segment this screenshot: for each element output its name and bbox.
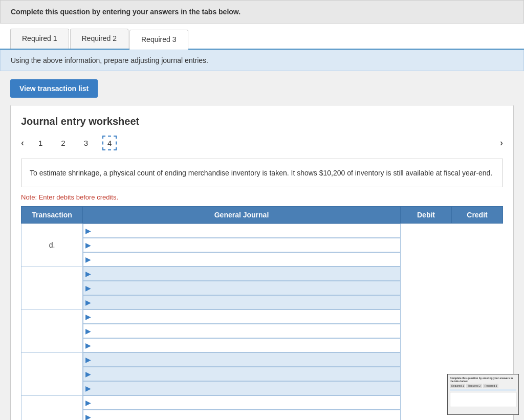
worksheet-title: Journal entry worksheet bbox=[21, 116, 503, 127]
entry-note: Note: Enter debits before credits. bbox=[21, 193, 503, 201]
journal-cell-5: ▶ bbox=[83, 395, 401, 410]
nav-num-3[interactable]: 3 bbox=[80, 137, 92, 149]
mini-tab-2: Required 2 bbox=[466, 384, 482, 388]
credit-cell-3: ▶ bbox=[83, 338, 401, 352]
nav-numbers: ‹ 1 2 3 4 › bbox=[21, 136, 503, 150]
instruction-bar: Complete this question by entering your … bbox=[0, 0, 524, 24]
debit-input-3[interactable] bbox=[93, 324, 400, 338]
view-transaction-button[interactable]: View transaction list bbox=[10, 79, 98, 98]
entry-description-text: To estimate shrinkage, a physical count … bbox=[30, 169, 492, 177]
col-header-debit: Debit bbox=[401, 207, 452, 224]
info-text: Using the above information, prepare adj… bbox=[11, 56, 208, 64]
arrow-icon-4: ▶ bbox=[83, 356, 93, 364]
nav-num-1[interactable]: 1 bbox=[34, 137, 47, 149]
arrow-icon-2: ▶ bbox=[83, 270, 93, 278]
debit-input-2[interactable] bbox=[93, 281, 400, 295]
tab-required-2[interactable]: Required 2 bbox=[70, 29, 129, 49]
arrow-icon-credit-4: ▶ bbox=[83, 384, 93, 392]
arrow-icon-credit-1: ▶ bbox=[83, 255, 93, 263]
arrow-icon-credit-3: ▶ bbox=[83, 341, 93, 349]
journal-cell-2: ▶ bbox=[83, 267, 401, 281]
debit-cell-3: ▶ bbox=[83, 324, 401, 338]
col-header-general-journal: General Journal bbox=[83, 207, 401, 224]
entry-description: To estimate shrinkage, a physical count … bbox=[21, 159, 503, 187]
arrow-icon-debit-1: ▶ bbox=[83, 241, 93, 249]
debit-cell-4: ▶ bbox=[83, 367, 401, 381]
debit-input-4[interactable] bbox=[93, 367, 400, 381]
col-header-transaction: Transaction bbox=[21, 207, 83, 224]
info-bar: Using the above information, prepare adj… bbox=[0, 50, 524, 71]
journal-cell-3: ▶ bbox=[83, 310, 401, 324]
journal-table: Transaction General Journal Debit Credit… bbox=[21, 206, 503, 420]
credit-cell-2: ▶ bbox=[83, 295, 401, 310]
col-header-credit: Credit bbox=[452, 207, 503, 224]
arrow-icon-debit-3: ▶ bbox=[83, 327, 93, 335]
credit-cell-4: ▶ bbox=[83, 381, 401, 395]
debit-cell-2: ▶ bbox=[83, 281, 401, 295]
credit-input-2[interactable] bbox=[93, 296, 400, 309]
credit-input-3[interactable] bbox=[93, 339, 400, 352]
nav-num-2[interactable]: 2 bbox=[57, 137, 69, 149]
arrow-icon-debit-5: ▶ bbox=[83, 413, 93, 420]
journal-input-2[interactable] bbox=[93, 267, 400, 280]
journal-input-5[interactable] bbox=[93, 396, 400, 409]
journal-input-4[interactable] bbox=[93, 353, 400, 366]
transaction-cell-5 bbox=[21, 395, 83, 420]
mini-tab-3: Required 3 bbox=[483, 384, 498, 388]
table-row: ▶ ▶ ▶ bbox=[21, 267, 503, 310]
credit-input-4[interactable] bbox=[93, 382, 400, 395]
credit-cell-1: ▶ bbox=[83, 252, 401, 267]
table-row: d. ▶ ▶ ▶ bbox=[21, 224, 503, 267]
debit-input-1[interactable] bbox=[93, 238, 400, 252]
arrow-icon-1: ▶ bbox=[83, 227, 93, 235]
transaction-cell-2 bbox=[21, 267, 83, 310]
transaction-cell-1: d. bbox=[21, 224, 83, 267]
journal-cell-4: ▶ bbox=[83, 352, 401, 367]
credit-input-1[interactable] bbox=[93, 253, 400, 266]
table-row: ▶ ▶ ▶ bbox=[21, 352, 503, 395]
journal-input-3[interactable] bbox=[93, 310, 400, 323]
debit-input-5[interactable] bbox=[93, 410, 400, 420]
arrow-icon-credit-2: ▶ bbox=[83, 298, 93, 306]
mini-tab-1: Required 1 bbox=[450, 384, 465, 388]
instruction-text: Complete this question by entering your … bbox=[11, 8, 241, 16]
nav-next-arrow[interactable]: › bbox=[500, 138, 503, 148]
mini-thumb-content: Complete this question by entering your … bbox=[448, 374, 518, 414]
arrow-icon-5: ▶ bbox=[83, 399, 93, 407]
nav-num-4[interactable]: 4 bbox=[102, 136, 117, 150]
table-row: ▶ ▶ ▶ bbox=[21, 395, 503, 420]
mini-thumbnail: Complete this question by entering your … bbox=[447, 374, 519, 415]
tab-required-3[interactable]: Required 3 bbox=[129, 30, 188, 50]
worksheet-card: Journal entry worksheet ‹ 1 2 3 4 › To e… bbox=[10, 105, 514, 420]
nav-prev-arrow[interactable]: ‹ bbox=[21, 138, 24, 148]
tabs-container: Required 1 Required 2 Required 3 bbox=[0, 24, 524, 50]
table-row: ▶ ▶ ▶ bbox=[21, 310, 503, 352]
debit-cell-1: ▶ bbox=[83, 238, 401, 252]
debit-cell-5: ▶ bbox=[83, 410, 401, 420]
journal-input-1[interactable] bbox=[93, 224, 400, 237]
transaction-cell-3 bbox=[21, 310, 83, 352]
arrow-icon-3: ▶ bbox=[83, 313, 93, 321]
arrow-icon-debit-2: ▶ bbox=[83, 284, 93, 292]
arrow-icon-debit-4: ▶ bbox=[83, 370, 93, 378]
journal-cell-1: ▶ bbox=[83, 224, 401, 238]
main-content: View transaction list Journal entry work… bbox=[0, 71, 524, 420]
transaction-cell-4 bbox=[21, 352, 83, 395]
tab-required-1[interactable]: Required 1 bbox=[10, 29, 69, 49]
